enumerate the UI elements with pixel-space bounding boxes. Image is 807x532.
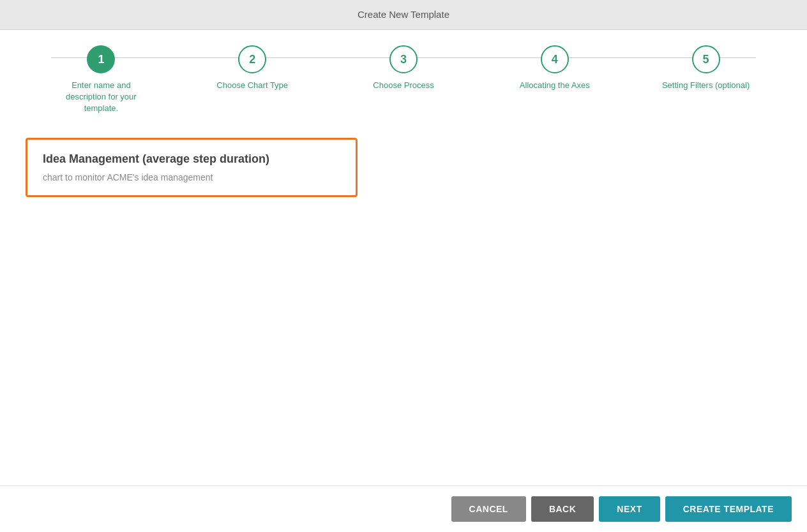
content-area: Idea Management (average step duration) … bbox=[0, 125, 807, 485]
step-4-number: 4 bbox=[552, 53, 558, 66]
step-3: 3 Choose Process bbox=[328, 45, 479, 91]
step-5-circle: 5 bbox=[692, 45, 720, 73]
create-template-button[interactable]: CREATE TEMPLATE bbox=[665, 496, 792, 522]
modal-title: Create New Template bbox=[358, 9, 449, 20]
modal-container: Create New Template 1 Enter name and des… bbox=[0, 0, 807, 532]
step-1-number: 1 bbox=[98, 53, 104, 66]
template-card-title: Idea Management (average step duration) bbox=[43, 152, 340, 166]
step-1: 1 Enter name and description for your te… bbox=[26, 45, 177, 115]
step-4-circle: 4 bbox=[541, 45, 569, 73]
template-card[interactable]: Idea Management (average step duration) … bbox=[26, 138, 358, 197]
step-3-number: 3 bbox=[400, 53, 407, 66]
step-2: 2 Choose Chart Type bbox=[177, 45, 328, 91]
modal-body: 1 Enter name and description for your te… bbox=[0, 30, 807, 485]
next-button[interactable]: NEXT bbox=[599, 496, 660, 522]
step-3-circle: 3 bbox=[389, 45, 418, 73]
step-5: 5 Setting Filters (optional) bbox=[630, 45, 781, 91]
step-5-label: Setting Filters (optional) bbox=[662, 80, 750, 91]
step-1-label: Enter name and description for your temp… bbox=[56, 80, 146, 115]
modal-header: Create New Template bbox=[0, 0, 807, 30]
template-card-description: chart to monitor ACME's idea management bbox=[43, 172, 340, 182]
cancel-button[interactable]: CANCEL bbox=[451, 496, 526, 522]
step-4: 4 Allocating the Axes bbox=[479, 45, 630, 91]
back-button[interactable]: BACK bbox=[531, 496, 594, 522]
step-4-label: Allocating the Axes bbox=[520, 80, 590, 91]
step-2-label: Choose Chart Type bbox=[216, 80, 288, 91]
step-2-number: 2 bbox=[249, 53, 255, 66]
stepper: 1 Enter name and description for your te… bbox=[0, 30, 807, 125]
modal-footer: CANCEL BACK NEXT CREATE TEMPLATE bbox=[0, 485, 807, 532]
step-5-number: 5 bbox=[703, 53, 709, 66]
step-1-circle: 1 bbox=[87, 45, 115, 73]
step-2-circle: 2 bbox=[238, 45, 266, 73]
step-3-label: Choose Process bbox=[373, 80, 434, 91]
